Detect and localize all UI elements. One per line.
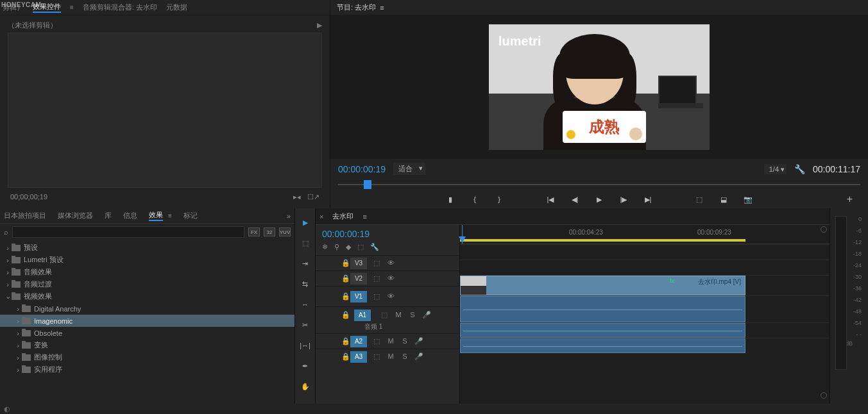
- program-scrubber[interactable]: [338, 179, 860, 190]
- settings-wrench-icon[interactable]: 🔧: [794, 164, 805, 174]
- set-out-button[interactable]: }: [494, 194, 504, 204]
- loop-only-icon[interactable]: ▸◂: [293, 193, 301, 201]
- chevron-icon[interactable]: [14, 329, 22, 337]
- effects-search-input[interactable]: [12, 226, 244, 238]
- tree-item-变换[interactable]: 变换: [0, 339, 294, 351]
- track-row-a3[interactable]: [460, 338, 830, 353]
- tree-item-预设[interactable]: 预设: [0, 242, 294, 254]
- lock-icon[interactable]: 🔒: [341, 259, 350, 267]
- track-header-a3[interactable]: 🔒A3⬚MS🎤: [316, 349, 459, 364]
- video-clip[interactable]: fx 去水印.mp4 [V]: [460, 276, 745, 295]
- program-menu-icon[interactable]: ≡: [380, 4, 384, 12]
- rate-stretch-tool[interactable]: ↔: [299, 298, 312, 311]
- step-forward-button[interactable]: |▶: [618, 194, 629, 204]
- tab-media-browser[interactable]: 媒体浏览器: [58, 211, 93, 220]
- lock-icon[interactable]: 🔒: [341, 352, 350, 361]
- tree-item-视频效果[interactable]: 视频效果: [0, 290, 294, 302]
- go-to-out-button[interactable]: ▶|: [643, 194, 653, 204]
- razor-tool[interactable]: ✂: [299, 319, 312, 331]
- track-label[interactable]: V3: [350, 258, 367, 269]
- linked-selection-icon[interactable]: ⚲: [334, 243, 339, 251]
- tree-item-digital-anarchy[interactable]: Digital Anarchy: [0, 302, 294, 315]
- program-timecode[interactable]: 00:00:00:19: [338, 164, 386, 174]
- tree-item-图像控制[interactable]: 图像控制: [0, 351, 294, 363]
- selection-tool[interactable]: ▶: [299, 216, 312, 229]
- sequence-tab[interactable]: 去水印: [327, 210, 359, 222]
- chevron-icon[interactable]: [4, 281, 12, 288]
- tab-library[interactable]: 库: [105, 211, 112, 220]
- track-header-v2[interactable]: 🔒V2⬚👁: [316, 270, 459, 286]
- add-button[interactable]: +: [847, 194, 853, 205]
- track-row-v3[interactable]: [460, 244, 830, 260]
- track-scroll-bottom[interactable]: [821, 392, 827, 399]
- slip-tool[interactable]: |↔|: [299, 339, 312, 352]
- solo-icon[interactable]: S: [400, 352, 409, 361]
- track-label[interactable]: A2: [350, 336, 367, 347]
- lock-icon[interactable]: 🔒: [341, 311, 350, 319]
- extract-button[interactable]: ⬓: [719, 194, 729, 204]
- step-back-button[interactable]: ◀|: [570, 194, 580, 204]
- eye-icon[interactable]: 👁: [386, 274, 395, 283]
- chevron-icon[interactable]: [14, 366, 22, 374]
- hand-tool[interactable]: ✋: [299, 380, 312, 393]
- overflow-button[interactable]: »: [287, 212, 291, 220]
- lock-icon[interactable]: 🔒: [341, 274, 350, 283]
- chevron-icon[interactable]: [4, 269, 12, 276]
- export-frame-button[interactable]: 📷: [743, 194, 753, 204]
- badge-32bit[interactable]: 32: [264, 228, 275, 236]
- sync-lock-icon[interactable]: ⬚: [372, 292, 381, 301]
- chevron-icon[interactable]: [14, 342, 22, 349]
- scrubber-handle[interactable]: [364, 180, 371, 189]
- audio-clip-a3[interactable]: [460, 338, 745, 353]
- rolling-edit-tool[interactable]: ⇆: [299, 277, 312, 290]
- tree-item-lumetri-预设[interactable]: Lumetri 预设: [0, 254, 294, 266]
- tab-info[interactable]: 信息: [123, 211, 137, 220]
- track-row-v1[interactable]: fx 去水印.mp4 [V]: [460, 275, 830, 295]
- track-row-v2[interactable]: [460, 260, 830, 275]
- solo-icon[interactable]: S: [408, 311, 417, 319]
- badge-yuv[interactable]: YUV: [279, 228, 291, 236]
- mute-icon[interactable]: M: [386, 352, 395, 361]
- track-select-tool[interactable]: ⬚: [299, 236, 312, 249]
- sync-lock-icon[interactable]: ⬚: [372, 259, 381, 267]
- badge-fx[interactable]: FX: [248, 228, 260, 236]
- sync-lock-icon[interactable]: ⬚: [372, 337, 381, 345]
- tree-item-音频效果[interactable]: 音频效果: [0, 266, 294, 278]
- wrench-icon[interactable]: 🔧: [370, 243, 379, 251]
- mute-icon[interactable]: M: [394, 311, 403, 319]
- lock-icon[interactable]: 🔒: [341, 292, 350, 301]
- eye-icon[interactable]: 👁: [386, 259, 395, 267]
- sync-lock-icon[interactable]: ⬚: [372, 274, 381, 283]
- timeline-settings-icon[interactable]: ⬚: [357, 243, 364, 251]
- tree-item-实用程序[interactable]: 实用程序: [0, 363, 294, 376]
- playhead[interactable]: [462, 225, 463, 244]
- set-in-button[interactable]: {: [470, 194, 480, 204]
- effects-menu-icon[interactable]: ≡: [168, 212, 172, 219]
- close-sequence-icon[interactable]: ×: [319, 213, 323, 220]
- voice-over-icon[interactable]: 🎤: [414, 352, 423, 361]
- voice-over-icon[interactable]: 🎤: [422, 311, 431, 319]
- track-scroll-top[interactable]: [821, 226, 827, 233]
- tree-item-imagenomic[interactable]: Imagenomic: [0, 315, 294, 327]
- track-label[interactable]: V1: [350, 291, 367, 302]
- tab-effects[interactable]: 效果: [149, 210, 163, 221]
- mark-in-button[interactable]: ▮: [445, 194, 455, 204]
- go-to-in-button[interactable]: |◀: [545, 194, 556, 204]
- mute-icon[interactable]: M: [386, 337, 395, 345]
- tree-item-obsolete[interactable]: Obsolete: [0, 327, 294, 339]
- lock-icon[interactable]: 🔒: [341, 337, 350, 345]
- tab-metadata[interactable]: 元数据: [166, 3, 187, 12]
- tab-markers[interactable]: 标记: [183, 211, 198, 220]
- marker-add-icon[interactable]: ◆: [346, 243, 351, 251]
- track-header-a2[interactable]: 🔒A2⬚MS🎤: [316, 333, 459, 349]
- tree-item-音频过渡[interactable]: 音频过渡: [0, 278, 294, 290]
- program-video-area[interactable]: 成熟 lumetri: [330, 15, 868, 159]
- chevron-icon[interactable]: [14, 317, 22, 325]
- track-label[interactable]: V2: [350, 273, 367, 285]
- solo-icon[interactable]: S: [400, 337, 409, 345]
- chevron-icon[interactable]: [14, 305, 22, 313]
- timeline-timecode[interactable]: 00:00:00:19: [322, 229, 453, 239]
- chevron-icon[interactable]: [14, 354, 22, 361]
- work-area-bar[interactable]: [460, 239, 745, 242]
- resolution-dropdown[interactable]: 1/4: [764, 164, 787, 174]
